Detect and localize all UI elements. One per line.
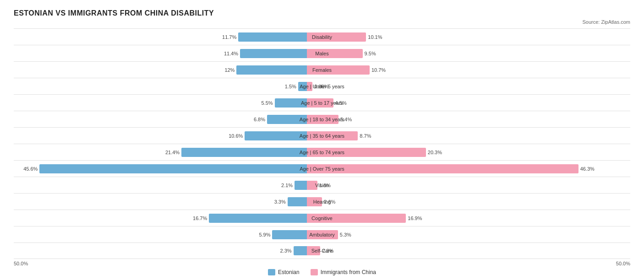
bar-left [209, 214, 307, 223]
value-left: 10.6% [229, 133, 243, 139]
table-row: 11.7%10.1%Disability [14, 28, 630, 45]
bar-left [236, 65, 307, 75]
row-label: Hearing [313, 199, 331, 205]
bar-left [272, 230, 307, 239]
left-half: 11.7% [14, 29, 307, 45]
right-half: 10.1% [307, 29, 600, 45]
value-left: 2.3% [280, 248, 291, 253]
value-right: 5.3% [340, 232, 351, 237]
legend-estonian: Estonian [268, 269, 300, 275]
legend-china: Immigrants from China [311, 269, 376, 275]
table-row: 11.4%9.5%Males [14, 45, 630, 61]
value-left: 11.4% [224, 51, 238, 56]
value-left: 16.7% [193, 215, 207, 221]
left-half: 10.6% [14, 128, 307, 144]
bar-right [307, 164, 579, 173]
right-half: 5.4% [307, 111, 600, 128]
value-left: 1.5% [285, 84, 296, 89]
value-left: 21.4% [165, 150, 180, 155]
right-half: 5.3% [307, 226, 600, 243]
row-label: Age | 5 to 17 years [301, 100, 343, 106]
left-half: 12% [14, 62, 307, 78]
table-row: 45.6%46.3%Age | Over 75 years [14, 160, 630, 177]
right-half: 0.96% [307, 78, 600, 95]
bar-left [238, 32, 307, 42]
left-half: 6.8% [14, 111, 307, 128]
axis-labels: 50.0% 50.0% [14, 261, 630, 266]
bar-left [240, 49, 307, 58]
source-label: Source: ZipAtlas.com [14, 19, 630, 25]
right-half: 20.3% [307, 144, 600, 161]
row-label: Disability [312, 34, 332, 40]
value-right: 9.5% [365, 51, 376, 56]
left-half: 2.3% [14, 242, 307, 259]
left-half: 45.6% [14, 161, 307, 177]
value-left: 3.3% [274, 199, 286, 205]
value-left: 5.5% [262, 100, 273, 106]
bar-left [295, 181, 307, 190]
row-label: Age | Under 5 years [300, 84, 344, 89]
row-label: Ambulatory [309, 232, 335, 237]
left-half: 5.9% [14, 226, 307, 243]
chart-title: ESTONIAN VS IMMIGRANTS FROM CHINA DISABI… [14, 9, 630, 17]
china-color-box [311, 269, 318, 275]
estonian-color-box [268, 269, 275, 275]
table-row: 2.3%2.3%Self-Care [14, 242, 630, 259]
value-left: 11.7% [222, 34, 236, 40]
bar-left [39, 164, 307, 173]
row-label: Age | 35 to 64 years [300, 133, 344, 139]
row-label: Age | Over 75 years [300, 166, 344, 172]
value-right: 20.3% [428, 150, 442, 155]
table-row: 16.7%16.9%Cognitive [14, 210, 630, 226]
bar-left [245, 131, 307, 140]
right-half: 16.9% [307, 210, 600, 226]
chart-wrapper: 11.7%10.1%Disability11.4%9.5%Males12%10.… [14, 28, 630, 266]
legend: Estonian Immigrants from China [14, 269, 630, 275]
right-half: 2.3% [307, 242, 600, 259]
right-half: 4.5% [307, 95, 600, 111]
rows-container: 11.7%10.1%Disability11.4%9.5%Males12%10.… [14, 28, 630, 259]
value-right: 46.3% [580, 166, 595, 172]
value-right: 16.9% [408, 215, 422, 221]
value-left: 45.6% [23, 166, 38, 172]
left-half: 5.5% [14, 95, 307, 111]
value-left: 2.1% [281, 183, 293, 188]
value-right: 10.1% [368, 34, 382, 40]
left-half: 3.3% [14, 194, 307, 210]
row-label: Males [315, 51, 328, 56]
value-left: 12% [224, 67, 235, 73]
axis-left: 50.0% [14, 261, 28, 266]
china-label: Immigrants from China [321, 269, 376, 275]
table-row: 12%10.7%Females [14, 61, 630, 78]
table-row: 5.9%5.3%Ambulatory [14, 226, 630, 242]
row-label: Females [312, 67, 332, 73]
left-half: 2.1% [14, 177, 307, 194]
value-right: 10.7% [371, 67, 386, 73]
bar-left [288, 197, 307, 206]
table-row: 6.8%5.4%Age | 18 to 34 years [14, 111, 630, 127]
row-label: Cognitive [311, 215, 333, 221]
right-half: 8.7% [307, 128, 600, 144]
axis-right: 50.0% [616, 261, 630, 266]
right-half: 46.3% [307, 161, 600, 177]
row-label: Vision [315, 183, 329, 188]
table-row: 2.1%1.8%Vision [14, 177, 630, 193]
table-row: 3.3%2.6%Hearing [14, 193, 630, 210]
table-row: 10.6%8.7%Age | 35 to 64 years [14, 127, 630, 144]
bar-left [294, 246, 307, 255]
right-half: 2.6% [307, 194, 600, 210]
right-half: 1.8% [307, 177, 600, 194]
left-half: 16.7% [14, 210, 307, 226]
table-row: 5.5%4.5%Age | 5 to 17 years [14, 94, 630, 111]
left-half: 11.4% [14, 45, 307, 62]
row-label: Age | 65 to 74 years [300, 150, 344, 155]
right-half: 10.7% [307, 62, 600, 78]
value-right: 8.7% [360, 133, 371, 139]
row-label: Self-Care [311, 248, 333, 253]
right-half: 9.5% [307, 45, 600, 62]
table-row: 21.4%20.3%Age | 65 to 74 years [14, 144, 630, 160]
left-half: 1.5% [14, 78, 307, 95]
bar-left [181, 148, 307, 157]
value-left: 6.8% [254, 117, 265, 122]
left-half: 21.4% [14, 144, 307, 161]
